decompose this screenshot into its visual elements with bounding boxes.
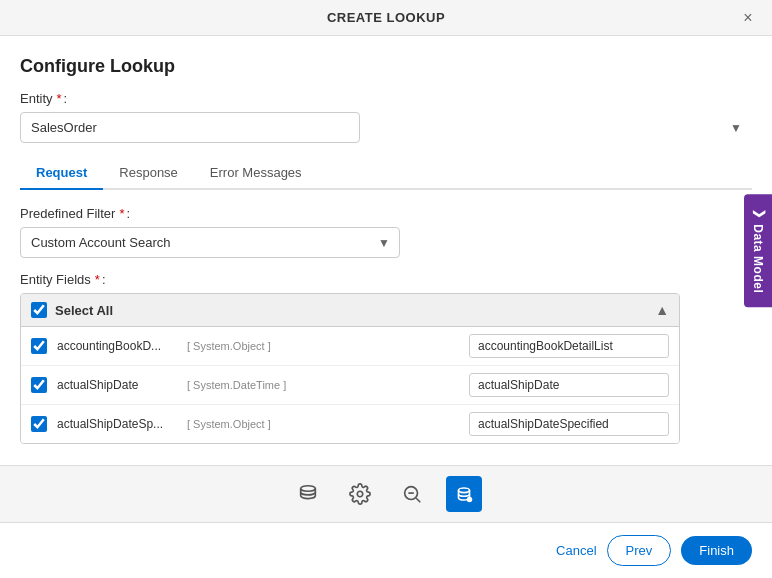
entity-fields-label: Entity Fields*: bbox=[20, 272, 752, 287]
footer-toolbar bbox=[0, 465, 772, 522]
select-all-label: Select All bbox=[55, 303, 113, 318]
predefined-filter-section: Predefined Filter*: Custom Account Searc… bbox=[20, 206, 400, 258]
tab-response[interactable]: Response bbox=[103, 157, 194, 190]
chevron-left-icon: ❮ bbox=[751, 208, 765, 219]
entity-select[interactable]: SalesOrder bbox=[20, 112, 360, 143]
svg-point-0 bbox=[301, 486, 316, 492]
field-checkbox-1[interactable] bbox=[31, 377, 47, 393]
predefined-required-star: * bbox=[119, 206, 124, 221]
footer-actions: Cancel Prev Finish bbox=[0, 522, 772, 578]
entity-fields-table: Select All ▲ accountingBookD... [ System… bbox=[20, 293, 680, 444]
data-model-tab[interactable]: ❮ Data Model bbox=[744, 194, 772, 308]
field-name-0: accountingBookD... bbox=[57, 339, 177, 353]
modal-overlay: CREATE LOOKUP × Configure Lookup Entity*… bbox=[0, 0, 772, 578]
active-view-icon[interactable] bbox=[446, 476, 482, 512]
settings-icon[interactable] bbox=[342, 476, 378, 512]
modal-body: Configure Lookup Entity*: SalesOrder ▼ R… bbox=[0, 36, 772, 465]
database-icon[interactable] bbox=[290, 476, 326, 512]
fields-header-row: Select All ▲ bbox=[21, 294, 679, 327]
fields-list: accountingBookD... [ System.Object ] act… bbox=[21, 327, 679, 443]
entity-label: Entity*: bbox=[20, 91, 752, 106]
entity-select-arrow-icon: ▼ bbox=[730, 121, 742, 135]
tab-error-messages[interactable]: Error Messages bbox=[194, 157, 318, 190]
table-row: accountingBookD... [ System.Object ] bbox=[21, 327, 679, 366]
field-name-2: actualShipDateSp... bbox=[57, 417, 177, 431]
table-row: actualShipDateSp... [ System.Object ] bbox=[21, 405, 679, 443]
tab-request[interactable]: Request bbox=[20, 157, 103, 190]
finish-button[interactable]: Finish bbox=[681, 536, 752, 565]
predefined-filter-select-wrapper: Custom Account Search ▼ bbox=[20, 227, 400, 258]
create-lookup-modal: CREATE LOOKUP × Configure Lookup Entity*… bbox=[0, 0, 772, 578]
svg-line-3 bbox=[416, 498, 420, 502]
svg-point-1 bbox=[357, 491, 363, 497]
collapse-icon[interactable]: ▲ bbox=[655, 302, 669, 318]
field-type-2: [ System.Object ] bbox=[187, 418, 271, 430]
entity-required-star: * bbox=[57, 91, 62, 106]
predefined-filter-label: Predefined Filter*: bbox=[20, 206, 400, 221]
configure-lookup-title: Configure Lookup bbox=[20, 56, 752, 77]
predefined-filter-select[interactable]: Custom Account Search bbox=[20, 227, 400, 258]
field-type-0: [ System.Object ] bbox=[187, 340, 271, 352]
select-all-checkbox[interactable] bbox=[31, 302, 47, 318]
field-value-input-0[interactable] bbox=[469, 334, 669, 358]
modal-title: CREATE LOOKUP bbox=[327, 10, 445, 25]
prev-button[interactable]: Prev bbox=[607, 535, 672, 566]
field-value-input-2[interactable] bbox=[469, 412, 669, 436]
close-button[interactable]: × bbox=[736, 6, 760, 30]
field-value-input-1[interactable] bbox=[469, 373, 669, 397]
fields-header-left: Select All bbox=[31, 302, 113, 318]
data-model-label: Data Model bbox=[751, 224, 765, 293]
zoom-out-icon[interactable] bbox=[394, 476, 430, 512]
svg-point-5 bbox=[459, 488, 470, 493]
field-checkbox-0[interactable] bbox=[31, 338, 47, 354]
field-name-1: actualShipDate bbox=[57, 378, 177, 392]
modal-header: CREATE LOOKUP × bbox=[0, 0, 772, 36]
entity-select-wrapper: SalesOrder ▼ bbox=[20, 112, 752, 143]
field-type-1: [ System.DateTime ] bbox=[187, 379, 286, 391]
field-checkbox-2[interactable] bbox=[31, 416, 47, 432]
table-row: actualShipDate [ System.DateTime ] bbox=[21, 366, 679, 405]
tabs-container: Request Response Error Messages bbox=[20, 157, 752, 190]
entity-fields-required-star: * bbox=[95, 272, 100, 287]
cancel-button[interactable]: Cancel bbox=[556, 543, 596, 558]
